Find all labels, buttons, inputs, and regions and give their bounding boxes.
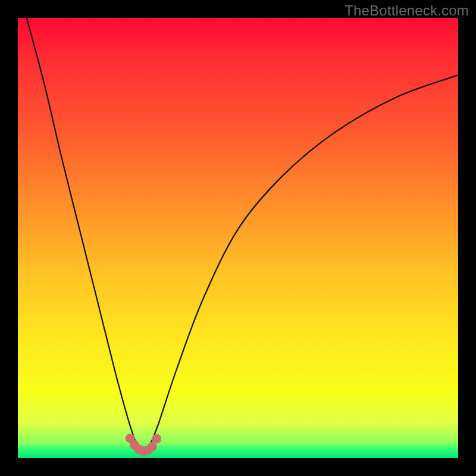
curve-layer [18,18,458,458]
ridge-dot [152,434,161,443]
bottleneck-curve [27,18,458,452]
plot-area [18,18,458,458]
watermark-text: TheBottleneck.com [345,2,469,19]
chart-frame: TheBottleneck.com [0,0,476,476]
highlighted-minimum-dots [126,434,161,456]
ridge-dot [148,442,157,452]
